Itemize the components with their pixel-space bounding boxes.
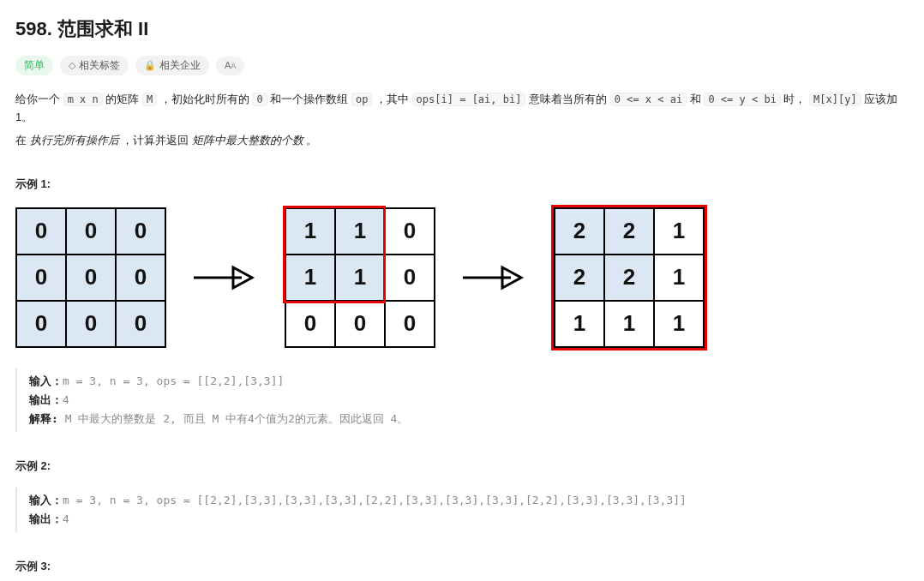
related-companies-label: 相关企业 bbox=[159, 57, 201, 74]
tag-icon: ◇ bbox=[69, 58, 75, 74]
code-opsidx: ops[i] = [ai, bi] bbox=[412, 93, 526, 106]
code-mxn: m x n bbox=[63, 93, 103, 106]
problem-title: 598. 范围求和 II bbox=[15, 14, 909, 44]
example2-label: 示例 2: bbox=[15, 458, 909, 476]
related-tags-button[interactable]: ◇ 相关标签 bbox=[60, 56, 129, 75]
description-p1: 给你一个 m x n 的矩阵 M ，初始化时所有的 0 和一个操作数组 op ，… bbox=[15, 91, 909, 127]
related-companies-button[interactable]: 🔒 相关企业 bbox=[135, 56, 209, 75]
example2-code: 输入：m = 3, n = 3, ops = [[2,2],[3,3],[3,3… bbox=[15, 488, 909, 532]
grid-step1: 110 110 000 bbox=[285, 207, 435, 348]
code-xrange: 0 <= x < ai bbox=[610, 93, 687, 106]
code-0: 0 bbox=[252, 93, 267, 106]
font-icon: AA bbox=[225, 58, 236, 74]
code-yrange: 0 <= y < bi bbox=[704, 93, 780, 106]
difficulty-tag[interactable]: 简单 bbox=[15, 56, 53, 75]
code-M: M bbox=[142, 93, 157, 106]
example1-label: 示例 1: bbox=[15, 176, 909, 194]
description-p2: 在 执行完所有操作后 ，计算并返回 矩阵中最大整数的个数 。 bbox=[15, 132, 909, 150]
grid-step2: 221 221 111 bbox=[554, 207, 705, 348]
example3-label: 示例 3: bbox=[15, 558, 909, 576]
example1-code: 输入：m = 3, n = 3, ops = [[2,2],[3,3]] 输出：… bbox=[15, 368, 909, 432]
font-size-button[interactable]: AA bbox=[216, 57, 244, 75]
tags-row: 简单 ◇ 相关标签 🔒 相关企业 AA bbox=[15, 56, 909, 75]
related-tags-label: 相关标签 bbox=[79, 57, 120, 74]
arrow-icon bbox=[192, 263, 259, 292]
code-op: op bbox=[351, 93, 372, 106]
grid-initial: 000 000 000 bbox=[15, 207, 166, 348]
code-Mxy: M[x][y] bbox=[809, 93, 861, 106]
example1-diagram: 000 000 000 110 110 000 221 221 111 bbox=[15, 207, 909, 348]
lock-icon: 🔒 bbox=[144, 58, 156, 74]
arrow-icon bbox=[461, 263, 528, 292]
